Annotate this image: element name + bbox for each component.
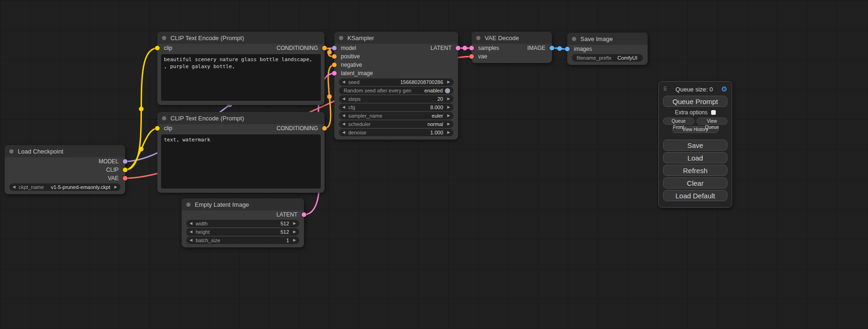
collapse-dot-icon[interactable] <box>162 116 166 120</box>
input-dot-latent-image[interactable] <box>332 71 337 76</box>
output-label: MODEL <box>99 158 119 165</box>
output-slot-vae: VAE <box>5 174 125 182</box>
refresh-button[interactable]: Refresh <box>663 165 727 176</box>
collapse-dot-icon[interactable] <box>186 203 191 207</box>
node-load-checkpoint[interactable]: Load Checkpoint MODEL CLIP VAE ◀ ckpt_na… <box>5 145 125 194</box>
sampler-name-widget[interactable]: ◀ sampler_name euler ▶ <box>339 112 453 119</box>
node-title-bar[interactable]: Save Image <box>567 33 648 45</box>
decrement-arrow-icon[interactable]: ◀ <box>190 237 194 244</box>
queue-menu-panel: ⠿ Queue size: 0 ⚙ Queue Prompt Extra opt… <box>658 81 732 208</box>
increment-arrow-icon[interactable]: ▶ <box>445 120 450 128</box>
widget-name: batch_size <box>196 238 220 243</box>
output-dot-vae[interactable] <box>123 176 127 181</box>
output-label: CONDITIONING <box>276 125 318 132</box>
positive-prompt-textarea[interactable]: beautiful scenery nature glass bottle la… <box>161 54 321 101</box>
random-seed-toggle-widget[interactable]: Random seed after every gen enabled <box>339 87 453 94</box>
node-clip-text-encode-positive[interactable]: CLIP Text Encode (Prompt) clip CONDITION… <box>157 32 325 105</box>
input-dot-model[interactable] <box>332 46 337 50</box>
output-dot-latent[interactable] <box>302 212 306 217</box>
scheduler-widget[interactable]: ◀ scheduler normal ▶ <box>339 120 453 128</box>
node-title: CLIP Text Encode (Prompt) <box>170 35 244 42</box>
collapse-dot-icon[interactable] <box>572 37 576 41</box>
input-slot-latent-image: latent_image <box>334 69 458 77</box>
height-widget[interactable]: ◀ height 512 ▶ <box>186 228 299 236</box>
node-title-bar[interactable]: Load Checkpoint <box>5 145 125 157</box>
queue-front-button[interactable]: Queue Front <box>663 118 694 125</box>
output-label: LATENT <box>430 45 452 51</box>
output-dot-model[interactable] <box>123 159 127 164</box>
batch-size-widget[interactable]: ◀ batch_size 1 ▶ <box>186 237 299 244</box>
output-label: CONDITIONING <box>276 45 318 51</box>
ckpt-name-widget[interactable]: ◀ ckpt_name v1-5-pruned-emaonly.ckpt ▶ <box>9 183 120 191</box>
denoise-widget[interactable]: ◀ denoise 1.000 ▶ <box>339 129 453 136</box>
node-title-bar[interactable]: CLIP Text Encode (Prompt) <box>157 32 325 44</box>
output-dot-clip[interactable] <box>123 168 127 172</box>
decrement-arrow-icon[interactable]: ◀ <box>342 78 347 86</box>
input-dot-samples[interactable] <box>469 46 474 50</box>
increment-arrow-icon[interactable]: ▶ <box>291 228 296 236</box>
widget-value: 156680208700286 <box>400 79 443 85</box>
collapse-dot-icon[interactable] <box>162 36 166 40</box>
input-dot-clip[interactable] <box>155 126 160 131</box>
decrement-arrow-icon[interactable]: ◀ <box>342 104 347 111</box>
node-title-bar[interactable]: CLIP Text Encode (Prompt) <box>157 112 325 124</box>
node-title-bar[interactable]: VAE Decode <box>472 32 552 44</box>
increment-arrow-icon[interactable]: ▶ <box>445 129 450 136</box>
node-title-bar[interactable]: Empty Latent Image <box>182 198 304 210</box>
decrement-arrow-icon[interactable]: ◀ <box>342 95 347 103</box>
collapse-dot-icon[interactable] <box>476 36 480 40</box>
collapse-dot-icon[interactable] <box>9 149 14 154</box>
node-vae-decode[interactable]: VAE Decode samples IMAGE vae <box>472 32 552 63</box>
node-title: Empty Latent Image <box>195 201 249 208</box>
slot-row: samples IMAGE <box>472 44 552 52</box>
output-dot-conditioning[interactable] <box>322 46 327 50</box>
decrement-arrow-icon[interactable]: ◀ <box>190 220 194 227</box>
filename-prefix-widget[interactable]: filename_prefix ComfyUI <box>572 54 643 62</box>
collapse-dot-icon[interactable] <box>339 36 343 40</box>
settings-gear-icon[interactable]: ⚙ <box>721 85 727 93</box>
input-slot-positive: positive <box>334 52 458 61</box>
output-dot-image[interactable] <box>550 46 554 50</box>
increment-arrow-icon[interactable]: ▶ <box>113 183 117 191</box>
increment-arrow-icon[interactable]: ▶ <box>445 95 450 103</box>
decrement-arrow-icon[interactable]: ◀ <box>342 129 347 136</box>
decrement-arrow-icon[interactable]: ◀ <box>13 183 17 191</box>
toggle-knob[interactable] <box>445 88 450 93</box>
decrement-arrow-icon[interactable]: ◀ <box>342 120 347 128</box>
width-widget[interactable]: ◀ width 512 ▶ <box>186 220 299 227</box>
node-ksampler[interactable]: KSampler model LATENT positive negative … <box>334 32 458 140</box>
input-dot-images[interactable] <box>565 47 570 51</box>
load-default-button[interactable]: Load Default <box>663 190 727 201</box>
increment-arrow-icon[interactable]: ▶ <box>445 104 450 111</box>
input-dot-vae[interactable] <box>469 54 474 59</box>
increment-arrow-icon[interactable]: ▶ <box>291 220 296 227</box>
save-button[interactable]: Save <box>663 140 727 151</box>
queue-prompt-button[interactable]: Queue Prompt <box>663 96 727 107</box>
node-empty-latent-image[interactable]: Empty Latent Image LATENT ◀ width 512 ▶ … <box>182 198 304 247</box>
input-dot-negative[interactable] <box>332 63 337 67</box>
input-dot-clip[interactable] <box>155 46 160 50</box>
view-queue-button[interactable]: View Queue <box>697 118 728 125</box>
output-dot-latent[interactable] <box>456 46 460 50</box>
extra-options-checkbox[interactable] <box>711 110 716 115</box>
negative-prompt-textarea[interactable]: text, watermark <box>161 134 321 189</box>
decrement-arrow-icon[interactable]: ◀ <box>190 228 194 236</box>
steps-widget[interactable]: ◀ steps 20 ▶ <box>339 95 453 103</box>
clear-button[interactable]: Clear <box>663 177 727 189</box>
seed-widget[interactable]: ◀ seed 156680208700286 ▶ <box>339 78 453 86</box>
increment-arrow-icon[interactable]: ▶ <box>291 237 296 244</box>
drag-handle-icon[interactable]: ⠿ <box>663 86 667 92</box>
cfg-widget[interactable]: ◀ cfg 8.000 ▶ <box>339 104 453 111</box>
increment-arrow-icon[interactable]: ▶ <box>445 112 450 119</box>
queue-size-label: Queue size: 0 <box>676 86 713 93</box>
node-save-image[interactable]: Save Image images filename_prefix ComfyU… <box>567 33 648 65</box>
increment-arrow-icon[interactable]: ▶ <box>445 78 450 86</box>
menu-header: ⠿ Queue size: 0 ⚙ <box>663 85 727 93</box>
input-dot-positive[interactable] <box>332 54 337 59</box>
load-button[interactable]: Load <box>663 152 727 163</box>
node-title-bar[interactable]: KSampler <box>334 32 458 44</box>
output-dot-conditioning[interactable] <box>322 126 327 131</box>
widget-value: 20 <box>438 96 443 102</box>
decrement-arrow-icon[interactable]: ◀ <box>342 112 347 119</box>
node-clip-text-encode-negative[interactable]: CLIP Text Encode (Prompt) clip CONDITION… <box>157 112 325 193</box>
